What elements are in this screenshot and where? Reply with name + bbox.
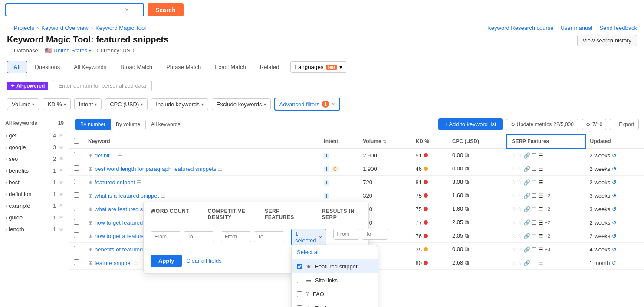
serp-site-links-item[interactable]: ☰ Site links bbox=[292, 273, 378, 287]
serp-features-dropdown: Select all ★ Featured snippet ☰ Site lin… bbox=[291, 245, 378, 307]
table-row: ⊕best word length for paragraph featured… bbox=[69, 162, 644, 176]
serp-site-links-checkbox[interactable] bbox=[297, 278, 302, 283]
serp-features-selected[interactable]: 1 selected × bbox=[291, 229, 326, 246]
sidebar-item-best[interactable]: ›best 1 👁 bbox=[0, 176, 69, 188]
send-feedback-link[interactable]: Send feedback bbox=[599, 25, 637, 31]
sidebar-item-seo[interactable]: ›seo 2 👁 bbox=[0, 153, 69, 165]
beta-badge: beta bbox=[326, 65, 338, 70]
view-search-history-button[interactable]: View search history bbox=[577, 35, 637, 46]
featured-snippet-icon: ★ bbox=[306, 263, 312, 270]
sidebar-item-google[interactable]: ›google 3 👁 bbox=[0, 141, 69, 153]
cpc-col-header: CPC (USD) bbox=[448, 134, 507, 149]
keyword-link[interactable]: best word length for paragraph featured … bbox=[95, 166, 216, 172]
ai-domain-input[interactable]: Enter domain for personalized data bbox=[53, 80, 151, 91]
tab-phrase-match[interactable]: Phrase Match bbox=[160, 61, 207, 73]
advanced-filters-badge: 1 bbox=[322, 101, 329, 108]
clear-search-icon[interactable]: × bbox=[125, 6, 129, 14]
sidebar-item-get[interactable]: ›get 4 👁 bbox=[0, 130, 69, 141]
serp-faq-checkbox[interactable] bbox=[297, 291, 302, 297]
table-toolbar: By number By volume All keywords: + Add … bbox=[69, 115, 644, 134]
results-to[interactable] bbox=[362, 229, 388, 240]
keyword-col-header: Keyword bbox=[84, 134, 319, 149]
apply-button[interactable]: Apply bbox=[151, 255, 182, 267]
languages-button[interactable]: Languages beta ▾ bbox=[290, 61, 347, 73]
sidebar: All keywords 19 ›get 4 👁 ›google 3 👁 ›se… bbox=[0, 115, 69, 307]
keyword-link[interactable]: what is a featured snippet bbox=[95, 193, 159, 199]
include-keywords-filter[interactable]: Include keywords ▾ bbox=[151, 98, 208, 110]
volume-col-header[interactable]: Volume ⇅ bbox=[358, 134, 411, 149]
by-number-button[interactable]: By number bbox=[75, 119, 111, 130]
sidebar-item-example[interactable]: ›example 1 👁 bbox=[0, 200, 69, 212]
filter-row: Volume ▾ KD % ▾ Intent ▾ CPC (USD) ▾ Inc… bbox=[0, 95, 644, 115]
breadcrumb-projects[interactable]: Projects bbox=[14, 25, 34, 31]
comp-density-to[interactable] bbox=[254, 231, 284, 242]
serp-featured-snippet-checkbox[interactable] bbox=[297, 264, 302, 269]
keyword-link[interactable]: feature snippet bbox=[95, 260, 132, 266]
exclude-keywords-filter[interactable]: Exclude keywords ▾ bbox=[212, 98, 271, 110]
competitive-density-section bbox=[221, 229, 291, 246]
faq-icon: ? bbox=[306, 291, 309, 297]
tab-related[interactable]: Related bbox=[253, 61, 286, 73]
keyword-research-course-link[interactable]: Keyword Research course bbox=[487, 25, 553, 31]
all-keywords-label: All keywords: bbox=[151, 121, 182, 127]
breadcrumb-keyword-overview[interactable]: Keyword Overview bbox=[41, 25, 88, 31]
word-count-from[interactable] bbox=[151, 231, 181, 242]
serp-reviews-item[interactable]: ★ Reviews bbox=[292, 301, 378, 307]
sidebar-item-guide[interactable]: ›guide 1 👁 bbox=[0, 212, 69, 223]
comp-density-from[interactable] bbox=[221, 231, 251, 242]
header-links: Keyword Research course User manual Send… bbox=[487, 25, 637, 31]
serp-features-dropdown-wrap: 1 selected × Select all ★ Featured snipp… bbox=[291, 229, 326, 246]
search-input[interactable]: featured snippets bbox=[10, 7, 122, 13]
adv-panel-body: 1 selected × Select all ★ Featured snipp… bbox=[144, 224, 368, 250]
sidebar-item-definition[interactable]: ›definition 1 👁 bbox=[0, 188, 69, 200]
serp-reviews-checkbox[interactable] bbox=[297, 305, 302, 307]
table-row: ⊕definit…☰ I 2,900 51 0.00 ⧉ ☆☆🔗☐☰ 2 wee… bbox=[69, 149, 644, 162]
breadcrumb-keyword-magic[interactable]: Keyword Magic Tool bbox=[95, 25, 146, 31]
search-bar: featured snippets × Search bbox=[0, 0, 644, 20]
serp-features-clear-icon[interactable]: × bbox=[319, 234, 322, 241]
database-country[interactable]: 🇺🇸 United States ▾ bbox=[45, 47, 91, 54]
search-button[interactable]: Search bbox=[148, 3, 184, 16]
results-from[interactable] bbox=[333, 229, 359, 240]
serp-features-col-header: SERP Features bbox=[507, 134, 585, 149]
ai-powered-badge: ✦ AI-powered bbox=[7, 82, 48, 90]
select-all-checkbox-header[interactable] bbox=[69, 134, 84, 149]
cpc-filter[interactable]: CPC (USD) ▾ bbox=[105, 98, 148, 110]
serp-faq-item[interactable]: ? FAQ bbox=[292, 287, 378, 301]
serp-select-all[interactable]: Select all bbox=[292, 245, 378, 259]
table-row: ⊕what is a featured snippet☰ I 320 75 1.… bbox=[69, 189, 644, 202]
page-subtitle: featured snippets bbox=[96, 35, 169, 45]
intent-filter[interactable]: Intent ▾ bbox=[74, 98, 102, 110]
tab-broad-match[interactable]: Broad Match bbox=[114, 61, 159, 73]
volume-filter[interactable]: Volume ▾ bbox=[7, 98, 39, 110]
clear-fields-button[interactable]: Clear all fields bbox=[186, 258, 222, 264]
sidebar-item-benefits[interactable]: ›benefits 1 👁 bbox=[0, 165, 69, 176]
add-to-keyword-list-button[interactable]: + Add to keyword list bbox=[438, 118, 503, 130]
advanced-filters-close-icon[interactable]: × bbox=[332, 101, 335, 108]
sidebar-item-length[interactable]: ›length 1 👁 bbox=[0, 223, 69, 235]
results-in-serp-section bbox=[333, 229, 395, 246]
advanced-filters-button[interactable]: Advanced filters 1 × bbox=[274, 98, 341, 111]
export-button[interactable]: ↑ Export bbox=[610, 119, 639, 130]
tab-all[interactable]: All bbox=[7, 61, 27, 73]
settings-button[interactable]: ⚙ 7/10 bbox=[582, 119, 606, 130]
kd-filter[interactable]: KD % ▾ bbox=[43, 98, 70, 110]
keyword-link[interactable]: featured snippet bbox=[95, 179, 135, 186]
main-area: All keywords 19 ›get 4 👁 ›google 3 👁 ›se… bbox=[0, 115, 644, 307]
update-metrics-button[interactable]: ↻ Update metrics 22/5,000 bbox=[506, 119, 578, 130]
tab-all-keywords[interactable]: All Keywords bbox=[67, 61, 113, 73]
view-toggle: By number By volume bbox=[75, 119, 146, 130]
user-manual-link[interactable]: User manual bbox=[561, 25, 593, 31]
word-count-to[interactable] bbox=[184, 231, 214, 242]
serp-featured-snippet-item[interactable]: ★ Featured snippet bbox=[292, 259, 378, 273]
tab-questions[interactable]: Questions bbox=[28, 61, 67, 73]
table-row: ⊕featured snippet☰ I 720 81 3.08 ⧉ ☆☆🔗☐☰… bbox=[69, 176, 644, 189]
by-volume-button[interactable]: By volume bbox=[111, 119, 145, 130]
tab-exact-match[interactable]: Exact Match bbox=[208, 61, 253, 73]
advanced-filter-overlay: Word count Competitive Density SERP Feat… bbox=[143, 202, 369, 274]
reviews-icon: ★ bbox=[306, 304, 312, 307]
word-count-section-label: Word count bbox=[151, 208, 191, 220]
serp-features-section: 1 selected × Select all ★ Featured snipp… bbox=[291, 229, 333, 246]
keyword-link[interactable]: definit… bbox=[95, 152, 115, 159]
toolbar-right: + Add to keyword list ↻ Update metrics 2… bbox=[438, 118, 639, 130]
